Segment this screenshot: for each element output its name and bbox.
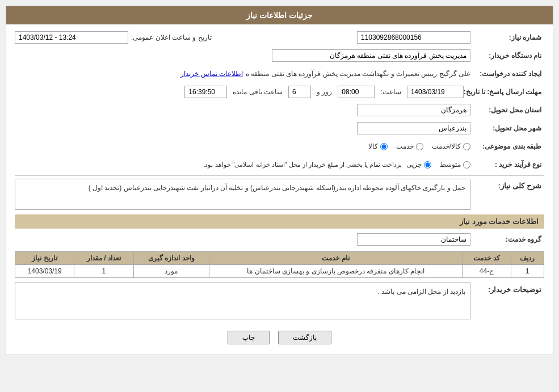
purchase-type-extra-text: پرداخت تمام یا بخشی از مبلغ خریدار از مح…	[203, 161, 402, 168]
purchase-type-radio-jozi[interactable]: جزیی	[406, 161, 431, 168]
buyer-notes-text: بازدید از محل الزامی می باشد .	[378, 288, 465, 296]
announce-date-label: تاریخ و ساعت اعلان عمومی:	[128, 33, 215, 41]
service-group-row: گروه خدمت:	[15, 232, 544, 247]
province-input[interactable]	[357, 104, 470, 116]
creator-value-col: علی گرگیج رییس تعمیرات و نگهداشت مدیریت …	[15, 70, 470, 78]
col-header-date: تاریخ نیاز	[15, 252, 74, 265]
cell-row-1: 1	[511, 265, 544, 278]
button-bar: بازگشت چاپ	[15, 324, 544, 349]
category-radio-input-3[interactable]	[463, 143, 470, 150]
category-row: طبقه بندی موضوعی: کالا/خدمت خدمت	[15, 139, 544, 154]
purchase-type-row: نوع فرآیند خرید : متوسط جزیی پرداخت تمام…	[15, 157, 544, 172]
creator-row: ایجاد کننده درخواست: علی گرگیج رییس تعمی…	[15, 66, 544, 81]
province-row: استان محل تحویل:	[15, 103, 544, 117]
cell-date-1: 1403/03/19	[15, 265, 74, 278]
creator-label: ایجاد کننده درخواست:	[470, 70, 544, 78]
deadline-value-col: ساعت: روز و ساعت باقی مانده	[15, 86, 464, 98]
deadline-time-input[interactable]	[338, 86, 375, 98]
category-value-col: کالا/خدمت خدمت کالا	[15, 142, 470, 150]
col-header-unit: واحد اندازه گیری	[133, 252, 209, 265]
category-radio-input-1[interactable]	[380, 143, 388, 150]
buyer-notes-box: بازدید از محل الزامی می باشد .	[15, 283, 470, 319]
service-group-input[interactable]	[357, 233, 470, 246]
deadline-label: مهلت ارسال پاسخ: تا تاریخ:	[464, 88, 544, 96]
request-number-label: شماره نیاز:	[470, 33, 544, 41]
request-number-input[interactable]	[357, 31, 470, 44]
description-box: حمل و بارگیری خاکهای آلوده محوطه اداره ب…	[15, 179, 470, 210]
col-header-row: ردیف	[511, 252, 544, 265]
deadline-date-row: ساعت: روز و ساعت باقی مانده	[184, 86, 463, 98]
announce-datetime-input[interactable]	[15, 31, 128, 44]
purchase-type-radio-group: متوسط جزیی	[406, 161, 470, 168]
purchase-type-label-1: جزیی	[406, 161, 422, 168]
deadline-days-input[interactable]	[288, 86, 311, 98]
purchase-type-radio-input-2[interactable]	[463, 161, 470, 168]
services-section-header: اطلاعات خدمات مورد نیاز	[15, 214, 544, 229]
deadline-row: مهلت ارسال پاسخ: تا تاریخ: ساعت: روز و س…	[15, 85, 544, 99]
category-radio-khedmat[interactable]: خدمت	[396, 142, 423, 150]
deadline-time-label: ساعت:	[377, 88, 404, 96]
category-radio-kala-khedmat[interactable]: کالا/خدمت	[432, 142, 470, 150]
table-row: 1 ج-44 انجام کارهای متفرقه درخصوص بازساز…	[15, 265, 544, 278]
col-header-name: نام خدمت	[209, 252, 463, 265]
buyer-org-label: نام دستگاه خریدار:	[470, 52, 544, 60]
announce-date-value	[15, 31, 128, 44]
cell-name-1: انجام کارهای متفرقه درخصوص بازسازی و بهس…	[209, 265, 463, 278]
purchase-type-radio-input-1[interactable]	[424, 161, 431, 168]
content-area: شماره نیاز: تاریخ و ساعت اعلان عمومی: نا…	[6, 24, 553, 355]
category-label-3: کالا/خدمت	[432, 142, 461, 150]
province-value-col	[15, 104, 470, 116]
buyer-org-row: نام دستگاه خریدار:	[15, 48, 544, 63]
deadline-remaining-input[interactable]	[184, 86, 227, 98]
service-group-label: گروه خدمت:	[470, 235, 544, 243]
cell-unit-1: مورد	[133, 265, 209, 278]
description-text: حمل و بارگیری خاکهای آلوده محوطه اداره ب…	[89, 184, 465, 192]
creator-text: علی گرگیج رییس تعمیرات و نگهداشت مدیریت …	[246, 70, 470, 78]
page-header: جزئیات اطلاعات نیاز	[6, 6, 553, 24]
col-header-qty: تعداد / مقدار	[74, 252, 133, 265]
city-value-col	[15, 122, 470, 134]
purchase-type-value-col: متوسط جزیی پرداخت تمام یا بخشی از مبلغ خ…	[15, 161, 470, 168]
description-content: حمل و بارگیری خاکهای آلوده محوطه اداره ب…	[15, 179, 470, 210]
description-section: شرح کلی نیاز: حمل و بارگیری خاکهای آلوده…	[15, 179, 544, 210]
divider-1	[15, 175, 544, 176]
city-input[interactable]	[357, 122, 470, 134]
deadline-remaining-label: ساعت باقی مانده	[230, 88, 285, 96]
city-row: شهر محل تحویل:	[15, 121, 544, 136]
main-container: جزئیات اطلاعات نیاز شماره نیاز: تاریخ و …	[6, 6, 553, 355]
request-number-row: شماره نیاز: تاریخ و ساعت اعلان عمومی:	[15, 30, 544, 45]
cell-code-1: ج-44	[463, 265, 511, 278]
buyer-org-input[interactable]	[272, 49, 470, 62]
buyer-notes-section: توضیحات خریدار: بازدید از محل الزامی می …	[15, 283, 544, 319]
services-table: ردیف کد خدمت نام خدمت واحد اندازه گیری ت…	[15, 251, 544, 278]
category-label-2: خدمت	[396, 142, 414, 150]
category-label: طبقه بندی موضوعی:	[470, 142, 544, 150]
table-header-row: ردیف کد خدمت نام خدمت واحد اندازه گیری ت…	[15, 252, 544, 265]
province-label: استان محل تحویل:	[470, 106, 544, 114]
request-number-value-col	[215, 31, 470, 44]
category-radio-input-2[interactable]	[416, 143, 423, 150]
header-title: جزئیات اطلاعات نیاز	[246, 11, 313, 20]
col-header-code: کد خدمت	[463, 252, 511, 265]
category-label-1: کالا	[368, 142, 378, 150]
page-wrapper: جزئیات اطلاعات نیاز شماره نیاز: تاریخ و …	[0, 0, 559, 392]
cell-qty-1: 1	[74, 265, 133, 278]
category-radio-group: کالا/خدمت خدمت کالا	[368, 142, 470, 150]
service-group-value-col	[15, 233, 470, 246]
purchase-type-label: نوع فرآیند خرید :	[470, 161, 544, 168]
purchase-type-label-2: متوسط	[440, 161, 461, 168]
buyer-notes-content: بازدید از محل الزامی می باشد .	[15, 283, 470, 319]
deadline-date-input[interactable]	[407, 86, 464, 98]
category-radio-kala[interactable]: کالا	[368, 142, 388, 150]
deadline-days-label: روز و	[314, 88, 335, 96]
description-section-label: شرح کلی نیاز:	[470, 179, 544, 190]
purchase-type-radio-mutavasset[interactable]: متوسط	[440, 161, 470, 168]
creator-contact-link[interactable]: اطلاعات تماس خریدار	[180, 70, 243, 78]
city-label: شهر محل تحویل:	[470, 124, 544, 132]
back-button[interactable]: بازگشت	[278, 331, 331, 344]
buyer-notes-label: توضیحات خریدار:	[470, 283, 544, 294]
print-button[interactable]: چاپ	[228, 331, 270, 344]
services-table-section: ردیف کد خدمت نام خدمت واحد اندازه گیری ت…	[15, 251, 544, 278]
buyer-org-value-col	[15, 49, 470, 62]
